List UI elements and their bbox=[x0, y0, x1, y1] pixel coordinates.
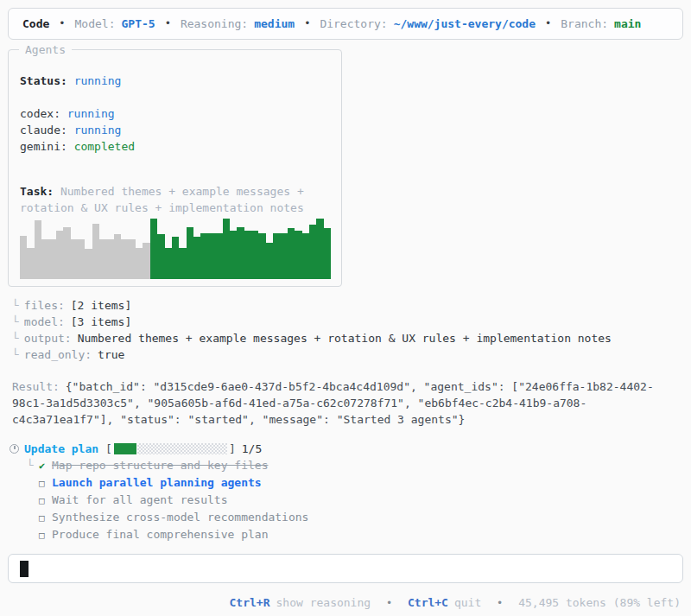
shortcut-key: Ctrl+R bbox=[230, 596, 270, 609]
task-label: Task: bbox=[20, 185, 54, 198]
chart-bar bbox=[230, 231, 237, 279]
agent-status: running bbox=[67, 107, 115, 120]
result-value: {"batch_id": "d315cde9-6ae0-437d-b5f2-4b… bbox=[12, 380, 654, 426]
chart-bar bbox=[136, 248, 143, 279]
plan-title: Update plan bbox=[24, 441, 98, 457]
tool-args-tree: └files:[2 items] └model:[3 items] └outpu… bbox=[12, 297, 691, 363]
chart-bar bbox=[215, 233, 222, 279]
token-usage: 45,495 tokens (89% left) bbox=[518, 596, 681, 609]
composer-input[interactable] bbox=[8, 554, 683, 583]
tree-key: files: bbox=[24, 299, 65, 312]
chart-bar bbox=[266, 243, 273, 279]
tree-value: [2 items] bbox=[71, 299, 131, 312]
shortcut-desc: show reasoning bbox=[276, 596, 371, 609]
status-label: Status: bbox=[20, 74, 67, 87]
plan-items: └ ✔ Map repo structure and key files □ L… bbox=[27, 457, 691, 543]
chart-bar bbox=[208, 233, 215, 279]
task-block: Task: Numbered themes + example messages… bbox=[20, 183, 331, 216]
branch-value: main bbox=[614, 16, 641, 32]
chart-bar bbox=[41, 239, 48, 279]
tree-corner-icon: └ bbox=[12, 348, 19, 361]
chart-bar bbox=[223, 219, 230, 279]
branch-label: Branch: bbox=[561, 16, 608, 32]
tree-row-read-only: └read_only:true bbox=[12, 346, 691, 363]
tree-key: output: bbox=[24, 332, 72, 345]
clock-icon bbox=[10, 444, 19, 454]
plan-item-active: □ Launch parallel planning agents bbox=[27, 474, 691, 492]
status-value: running bbox=[74, 74, 122, 87]
chart-bar bbox=[244, 231, 251, 279]
chart-bar bbox=[20, 236, 27, 279]
chart-bar bbox=[165, 248, 172, 279]
checkbox-icon: □ bbox=[39, 475, 52, 492]
tree-corner-icon: └ bbox=[12, 299, 19, 312]
tree-row-model: └model:[3 items] bbox=[12, 314, 691, 330]
chart-bar bbox=[143, 243, 149, 279]
tree-row-output: └output:Numbered themes + example messag… bbox=[12, 330, 691, 346]
chart-bar bbox=[107, 239, 114, 279]
tree-corner-icon: └ bbox=[12, 315, 19, 328]
chart-bar bbox=[281, 233, 288, 279]
chart-bar bbox=[56, 231, 63, 279]
chart-bar bbox=[258, 233, 265, 279]
tree-key: read_only: bbox=[24, 348, 92, 361]
agent-row-claude: claude: running bbox=[20, 122, 331, 138]
reasoning-label: Reasoning: bbox=[181, 16, 248, 32]
app-title: Code bbox=[22, 16, 49, 32]
separator-dot: • bbox=[386, 597, 392, 609]
text-cursor bbox=[20, 561, 29, 577]
reasoning-value: medium bbox=[254, 16, 295, 32]
chart-bar bbox=[121, 239, 128, 279]
tree-value: Numbered themes + example messages + rot… bbox=[78, 332, 612, 345]
footer-bar: Ctrl+Rshow reasoning • Ctrl+Cquit • 45,4… bbox=[0, 594, 681, 612]
chart-bar bbox=[295, 231, 301, 279]
plan-item-label: Synthesize cross-model recommendations bbox=[52, 509, 308, 525]
agent-status: running bbox=[74, 124, 122, 137]
chart-bar bbox=[92, 224, 99, 279]
shortcut-desc: quit bbox=[454, 596, 481, 609]
chart-bar bbox=[288, 228, 295, 279]
task-value: Numbered themes + example messages + rot… bbox=[20, 185, 304, 214]
progress-bar-filled bbox=[114, 443, 136, 454]
directory-value: ~/www/just-every/code bbox=[394, 16, 536, 32]
chart-bar bbox=[129, 239, 136, 279]
agent-name: codex: bbox=[20, 107, 60, 120]
chart-bar bbox=[273, 233, 280, 279]
chart-bar bbox=[200, 233, 207, 279]
chart-bar bbox=[193, 237, 200, 279]
plan-item-label: Produce final comprehensive plan bbox=[52, 526, 268, 543]
chart-bar bbox=[99, 239, 106, 279]
agent-status: completed bbox=[74, 140, 135, 153]
directory-label: Directory: bbox=[320, 16, 387, 32]
result-label: Result: bbox=[12, 380, 60, 393]
tree-key: model: bbox=[24, 315, 65, 328]
agents-status-line: Status: running bbox=[20, 73, 331, 89]
tree-corner-icon: └ bbox=[27, 457, 39, 473]
chart-bar bbox=[85, 249, 92, 279]
chart-bar bbox=[237, 227, 244, 279]
shortcut-key: Ctrl+C bbox=[408, 596, 448, 609]
progress-bar-remaining bbox=[137, 443, 227, 454]
chart-bar bbox=[179, 248, 186, 279]
plan-item-label: Wait for all agent results bbox=[52, 492, 228, 508]
plan-item-done: └ ✔ Map repo structure and key files bbox=[27, 457, 691, 474]
agents-panel: Agents Status: running codex: running cl… bbox=[8, 49, 342, 287]
agent-name: claude: bbox=[20, 124, 67, 137]
tree-value: [3 items] bbox=[71, 315, 131, 328]
chart-bar bbox=[78, 239, 85, 279]
update-plan-block: Update plan [ ] 1/5 └ ✔ Map repo structu… bbox=[8, 441, 691, 543]
chart-bar bbox=[63, 227, 70, 279]
chart-bar bbox=[150, 219, 157, 279]
tree-corner-icon: └ bbox=[12, 332, 19, 345]
agent-name: gemini: bbox=[20, 140, 67, 153]
plan-item-pending: □ Synthesize cross-model recommendations bbox=[27, 509, 691, 526]
header-bar: Code • Model: GPT-5 • Reasoning: medium … bbox=[8, 8, 683, 40]
chart-bar bbox=[27, 248, 34, 279]
chart-bar bbox=[309, 225, 316, 279]
chart-bar bbox=[302, 233, 309, 279]
plan-header: Update plan [ ] 1/5 bbox=[8, 441, 691, 457]
chart-bar bbox=[251, 231, 258, 279]
plan-item-pending: □ Wait for all agent results bbox=[27, 492, 691, 509]
chart-bar bbox=[187, 227, 193, 279]
chart-bar bbox=[71, 239, 78, 279]
